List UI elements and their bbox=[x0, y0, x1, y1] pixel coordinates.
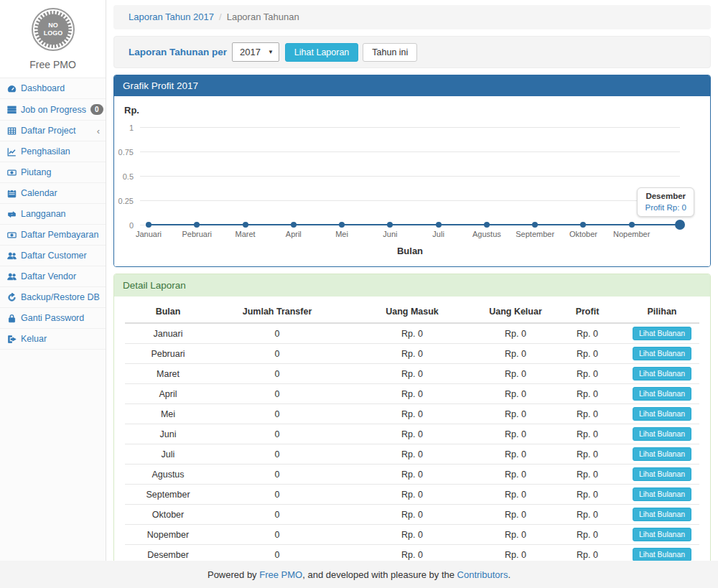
cell-uang-masuk: Rp. 0 bbox=[343, 364, 481, 384]
view-monthly-button-september[interactable]: Lihat Bulanan bbox=[633, 487, 691, 501]
footer-link-freepmo[interactable]: Free PMO bbox=[259, 569, 302, 580]
profit-line-chart[interactable]: Desember Profit Rp: 0 10.750.50.250 bbox=[140, 127, 680, 225]
sidebar-item-ganti-password[interactable]: Ganti Password bbox=[0, 308, 106, 329]
year-select[interactable]: 2017 ▼ bbox=[232, 42, 279, 62]
sidebar-item-piutang[interactable]: Piutang bbox=[0, 162, 106, 183]
chart-y-tick-label: 0.75 bbox=[118, 148, 134, 157]
cell-pilihan: Lihat Bulanan bbox=[625, 323, 699, 344]
table-row-nopember: Nopember0Rp. 0Rp. 0Rp. 0Lihat Bulanan bbox=[125, 525, 699, 545]
sidebar-item-daftar-customer[interactable]: Daftar Customer bbox=[0, 246, 106, 266]
breadcrumb-separator: / bbox=[219, 11, 222, 22]
no-logo-seal: NO LOGO bbox=[31, 7, 75, 52]
cell-uang-keluar: Rp. 0 bbox=[481, 424, 550, 444]
column-header-profit: Profit bbox=[550, 301, 625, 323]
view-report-button[interactable]: Lihat Laporan bbox=[285, 43, 358, 62]
cell-uang-keluar: Rp. 0 bbox=[481, 364, 550, 384]
cell-profit: Rp. 0 bbox=[550, 525, 625, 545]
cell-uang-keluar: Rp. 0 bbox=[481, 465, 550, 485]
sidebar-item-job-on-progress[interactable]: Job on Progress0 bbox=[0, 99, 106, 121]
chart-point-juli[interactable] bbox=[436, 222, 442, 228]
cell-profit: Rp. 0 bbox=[550, 444, 625, 465]
sidebar-item-penghasilan[interactable]: Penghasilan bbox=[0, 141, 106, 162]
sidebar-item-daftar-vendor[interactable]: Daftar Vendor bbox=[0, 266, 106, 287]
column-header-uang-masuk: Uang Masuk bbox=[343, 301, 481, 323]
cell-profit: Rp. 0 bbox=[550, 485, 625, 505]
detail-report-panel: Detail Laporan BulanJumlah TransferUang … bbox=[113, 274, 711, 588]
sidebar-item-label: Job on Progress bbox=[21, 105, 86, 115]
view-monthly-button-desember[interactable]: Lihat Bulanan bbox=[633, 548, 691, 561]
retweet-icon bbox=[6, 209, 17, 219]
chart-x-axis-title: Bulan bbox=[140, 246, 680, 265]
cell-bulan: April bbox=[125, 384, 211, 404]
sidebar-item-label: Calendar bbox=[21, 188, 57, 198]
sidebar-item-daftar-pembayaran[interactable]: Daftar Pembayaran bbox=[0, 225, 106, 246]
chart-y-axis-label: Rp. bbox=[124, 105, 701, 116]
view-monthly-button-nopember[interactable]: Lihat Bulanan bbox=[633, 528, 691, 541]
cell-jumlah-transfer: 0 bbox=[211, 465, 343, 485]
svg-text:NO: NO bbox=[48, 22, 58, 29]
breadcrumb-link[interactable]: Laporan Tahun 2017 bbox=[129, 11, 214, 22]
sidebar: NO LOGO Free PMO DashboardJob on Progres… bbox=[0, 0, 106, 561]
cell-uang-masuk: Rp. 0 bbox=[343, 424, 481, 444]
view-monthly-button-juli[interactable]: Lihat Bulanan bbox=[633, 447, 691, 461]
chart-point-april[interactable] bbox=[291, 222, 297, 228]
cell-uang-keluar: Rp. 0 bbox=[481, 444, 550, 465]
view-monthly-button-oktober[interactable]: Lihat Bulanan bbox=[633, 508, 691, 521]
cell-jumlah-transfer: 0 bbox=[211, 505, 343, 525]
cell-jumlah-transfer: 0 bbox=[211, 384, 343, 404]
breadcrumb: Laporan Tahun 2017/Laporan Tahunan bbox=[113, 5, 711, 29]
footer-link-contributors[interactable]: Contributors bbox=[457, 569, 508, 580]
view-monthly-button-pebruari[interactable]: Lihat Bulanan bbox=[633, 347, 691, 360]
chart-gridline: 0.5 bbox=[140, 176, 680, 177]
cell-pilihan: Lihat Bulanan bbox=[625, 485, 699, 505]
money-icon bbox=[6, 230, 17, 240]
cell-uang-masuk: Rp. 0 bbox=[343, 465, 481, 485]
chart-point-maret[interactable] bbox=[243, 222, 248, 228]
sidebar-item-daftar-project[interactable]: Daftar Project‹ bbox=[0, 121, 106, 141]
view-monthly-button-april[interactable]: Lihat Bulanan bbox=[633, 387, 691, 401]
table-icon bbox=[6, 126, 17, 136]
footer-text-prefix: Powered by bbox=[208, 569, 259, 580]
chart-point-oktober[interactable] bbox=[580, 222, 586, 228]
cell-pilihan: Lihat Bulanan bbox=[625, 424, 699, 444]
chart-point-pebruari[interactable] bbox=[194, 222, 200, 228]
sidebar-item-label: Daftar Customer bbox=[21, 251, 87, 261]
footer-text-middle: , and developed with pleasure by the bbox=[302, 569, 457, 580]
monthly-report-table: BulanJumlah TransferUang MasukUang Kelua… bbox=[125, 301, 699, 585]
chart-point-september[interactable] bbox=[532, 222, 538, 228]
cell-pilihan: Lihat Bulanan bbox=[625, 364, 699, 384]
cell-bulan: Mei bbox=[125, 404, 211, 424]
cell-pilihan: Lihat Bulanan bbox=[625, 384, 699, 404]
chart-point-januari[interactable] bbox=[146, 222, 151, 228]
view-monthly-button-juni[interactable]: Lihat Bulanan bbox=[633, 427, 691, 441]
view-monthly-button-maret[interactable]: Lihat Bulanan bbox=[633, 367, 691, 381]
money-icon bbox=[6, 167, 17, 177]
chart-point-mei[interactable] bbox=[339, 222, 345, 228]
line-chart-icon bbox=[6, 146, 17, 157]
cell-pilihan: Lihat Bulanan bbox=[625, 525, 699, 545]
chart-point-nopember[interactable] bbox=[629, 222, 635, 228]
report-filter-panel: Laporan Tahunan per 2017 ▼ Lihat Laporan… bbox=[113, 36, 711, 68]
cell-pilihan: Lihat Bulanan bbox=[625, 505, 699, 525]
cell-pilihan: Lihat Bulanan bbox=[625, 404, 699, 424]
chart-gridline: 0.25 bbox=[140, 200, 680, 201]
chart-point-desember[interactable] bbox=[675, 220, 685, 230]
sidebar-item-calendar[interactable]: Calendar bbox=[0, 183, 106, 204]
calendar-icon bbox=[6, 188, 17, 198]
sidebar-item-langganan[interactable]: Langganan bbox=[0, 204, 106, 225]
current-year-button[interactable]: Tahun ini bbox=[363, 43, 417, 62]
chart-point-agustus[interactable] bbox=[484, 222, 490, 228]
sidebar-item-keluar[interactable]: Keluar bbox=[0, 329, 106, 350]
chart-y-tick-label: 0.25 bbox=[118, 197, 134, 205]
view-monthly-button-mei[interactable]: Lihat Bulanan bbox=[633, 407, 691, 421]
table-body: Januari0Rp. 0Rp. 0Rp. 0Lihat BulananPebr… bbox=[125, 323, 699, 585]
sidebar-item-backup-restore-db[interactable]: Backup/Restore DB bbox=[0, 287, 106, 308]
chart-x-axis-labels: JanuariPebruariMaretAprilMeiJuniJuliAgus… bbox=[140, 230, 680, 241]
sidebar-item-dashboard[interactable]: Dashboard bbox=[0, 78, 106, 99]
view-monthly-button-agustus[interactable]: Lihat Bulanan bbox=[633, 467, 691, 481]
view-monthly-button-januari[interactable]: Lihat Bulanan bbox=[633, 327, 691, 340]
chart-point-juni[interactable] bbox=[387, 222, 393, 228]
cell-pilihan: Lihat Bulanan bbox=[625, 344, 699, 364]
table-row-september: September0Rp. 0Rp. 0Rp. 0Lihat Bulanan bbox=[125, 485, 699, 505]
cell-bulan: Januari bbox=[125, 323, 211, 344]
